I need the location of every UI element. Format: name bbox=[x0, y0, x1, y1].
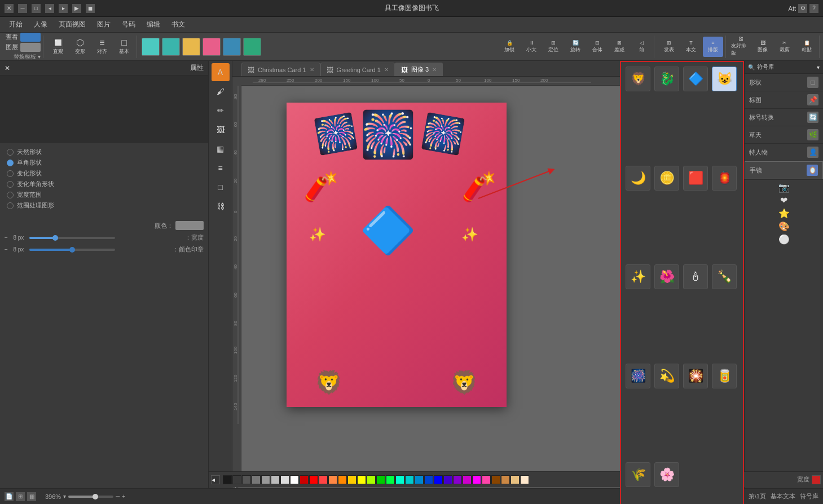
color-chip-magenta[interactable] bbox=[463, 475, 472, 484]
minimize-button[interactable]: ─ bbox=[18, 4, 27, 13]
color-chip-orange-red[interactable] bbox=[328, 475, 337, 484]
view-control[interactable] bbox=[20, 33, 41, 42]
clipart-can[interactable]: 🥫 bbox=[712, 364, 737, 388]
tool-table[interactable]: ▦ bbox=[212, 140, 230, 158]
clipart-candle[interactable]: 🕯 bbox=[683, 264, 708, 289]
clipart-firework3[interactable]: 🎇 bbox=[683, 364, 708, 388]
menu-item-number[interactable]: 号码 bbox=[117, 18, 140, 31]
tool-list[interactable]: ≡ bbox=[212, 159, 230, 177]
color-swatch-6[interactable] bbox=[243, 38, 261, 56]
tool-shape[interactable]: □ bbox=[212, 178, 230, 196]
toolbar-btn-lock[interactable]: 🔒 加锁 bbox=[499, 37, 520, 57]
color-chip-pure-blue[interactable] bbox=[434, 475, 443, 484]
toolbar-btn-direct[interactable]: 🔲 直观 bbox=[48, 37, 68, 57]
toolbar-btn-transform[interactable]: ⬡ 变形 bbox=[70, 37, 90, 57]
toolbar-btn-image2[interactable]: 🖼 图像 bbox=[752, 37, 773, 57]
color-chip-teal-light[interactable] bbox=[395, 475, 404, 484]
close-button[interactable]: ✕ bbox=[5, 4, 14, 13]
color-chip-green-light[interactable] bbox=[386, 475, 395, 484]
color-chip-yellow-orange[interactable] bbox=[347, 475, 357, 484]
tool-link[interactable]: ⛓ bbox=[212, 197, 230, 215]
tab-close-2[interactable]: ✕ bbox=[384, 67, 389, 73]
color-picker-control[interactable] bbox=[175, 221, 204, 230]
color-chip-white[interactable] bbox=[290, 475, 299, 484]
color-chip-yellow-green[interactable] bbox=[367, 475, 376, 484]
panel-item-nature[interactable]: 草天 🌿 bbox=[745, 126, 823, 144]
toolbar-btn-paste[interactable]: 📋 粘贴 bbox=[796, 37, 817, 57]
color-chip-near-white[interactable] bbox=[280, 475, 289, 484]
menu-item-pageview[interactable]: 页面视图 bbox=[54, 18, 90, 31]
clipart-grain[interactable]: 🌾 bbox=[626, 462, 650, 487]
radio-item-range-process[interactable]: 范围处理图形 bbox=[7, 201, 201, 210]
panel-item-figure[interactable]: 特人物 👤 bbox=[745, 144, 823, 161]
toolbar-btn-cut[interactable]: ✂ 裁剪 bbox=[774, 37, 795, 57]
camera-icon[interactable]: 📷 bbox=[778, 182, 790, 193]
stop-button[interactable]: ◼ bbox=[86, 4, 95, 13]
forward-button[interactable]: ▸ bbox=[59, 4, 68, 13]
tool-paint[interactable]: 🖌 bbox=[212, 82, 230, 100]
toolbar-btn-chain[interactable]: ⛓ 友好排版 bbox=[730, 37, 751, 57]
color-nav-left[interactable]: ◂ bbox=[211, 475, 220, 484]
prop-width-slider[interactable] bbox=[29, 237, 116, 239]
color-chip-medgray[interactable] bbox=[252, 475, 261, 484]
clipart-firework1[interactable]: 🎆 bbox=[626, 364, 650, 388]
clipart-lantern[interactable]: 🏮 bbox=[712, 166, 737, 191]
color-chip-yellow[interactable] bbox=[357, 475, 366, 484]
clipart-lion[interactable]: 🦁 bbox=[626, 67, 650, 91]
clipart-coin[interactable]: 🪙 bbox=[654, 166, 679, 191]
tab-image-3[interactable]: 🖼 图像 3 ✕ bbox=[395, 63, 443, 76]
toolbar-btn-text[interactable]: T 本文 bbox=[681, 37, 701, 57]
tool-image[interactable]: 🖼 bbox=[212, 121, 230, 139]
clipart-moon[interactable]: 🌙 bbox=[626, 166, 650, 191]
panel-item-shape[interactable]: 形状 □ bbox=[745, 74, 823, 91]
color-chip-red-light[interactable] bbox=[319, 475, 328, 484]
palette-icon[interactable]: 🎨 bbox=[778, 221, 790, 232]
radio-item-single[interactable]: 单角形状 bbox=[7, 158, 201, 167]
toolbar-btn-basic[interactable]: □ 基本 bbox=[114, 37, 134, 57]
maximize-button[interactable]: □ bbox=[32, 4, 41, 13]
color-chip-cream[interactable] bbox=[520, 475, 529, 484]
color-chip-teal[interactable] bbox=[405, 475, 414, 484]
document-canvas[interactable]: 🎆 🎆 🎆 🧨 🧨 🔷 🦁 🦁 ✨ ✨ bbox=[287, 103, 507, 407]
menu-item-book[interactable]: 书文 bbox=[167, 18, 190, 31]
color-chip-dark[interactable] bbox=[232, 475, 241, 484]
toolbar-btn-align[interactable]: ≡ 对齐 bbox=[92, 37, 112, 57]
layout-icon[interactable]: ▦ bbox=[27, 492, 36, 501]
clipart-firework2[interactable]: 💫 bbox=[654, 364, 679, 388]
zoom-minus-btn[interactable]: ─ bbox=[116, 493, 120, 499]
clipart-red-rect[interactable]: 🟥 bbox=[683, 166, 708, 191]
clipart-blossom[interactable]: 🌸 bbox=[654, 462, 679, 487]
clipart-dragon[interactable]: 🐉 bbox=[654, 67, 679, 91]
color-chip-purple[interactable] bbox=[453, 475, 462, 484]
radio-item-natural[interactable]: 天然形状 bbox=[7, 148, 201, 156]
radio-item-vary[interactable]: 变化形状 bbox=[7, 169, 201, 178]
clipart-cat-selected[interactable]: 😺 bbox=[712, 67, 737, 91]
clipart-bottle[interactable]: 🍾 bbox=[712, 264, 737, 289]
toolbar-btn-diff[interactable]: ⊠ 差减 bbox=[609, 37, 630, 57]
color-chip-red[interactable] bbox=[309, 475, 318, 484]
color-swatch-1[interactable] bbox=[142, 38, 160, 56]
panel-item-mirror[interactable]: 手镜 🪞 bbox=[745, 161, 823, 179]
toolbar-btn-rotate[interactable]: 🔄 旋转 bbox=[565, 37, 586, 57]
tab-christmas-card-1[interactable]: 🖼 Christmas Card 1 ✕ bbox=[241, 63, 320, 76]
layer-control[interactable] bbox=[20, 43, 41, 52]
back-button[interactable]: ◂ bbox=[45, 4, 54, 13]
zoom-slider-thumb[interactable] bbox=[93, 494, 98, 499]
color-chip-tan[interactable] bbox=[501, 475, 510, 484]
color-chip-lighter[interactable] bbox=[271, 475, 280, 484]
color-chip-blue[interactable] bbox=[424, 475, 433, 484]
zoom-plus-btn[interactable]: + bbox=[122, 493, 125, 499]
color-chip-brown[interactable] bbox=[491, 475, 500, 484]
search-icon[interactable]: 🔍 bbox=[748, 64, 755, 70]
clipart-flower[interactable]: 🌺 bbox=[654, 264, 679, 289]
clipart-sparkle[interactable]: ✨ bbox=[626, 264, 650, 289]
heart-icon[interactable]: ❤ bbox=[780, 195, 787, 206]
menu-item-portrait[interactable]: 人像 bbox=[29, 18, 52, 31]
color-chip-gray[interactable] bbox=[242, 475, 251, 484]
settings-button[interactable]: ⚙ bbox=[798, 4, 807, 13]
color-chip-green[interactable] bbox=[376, 475, 385, 484]
color-chip-hot-pink[interactable] bbox=[482, 475, 491, 484]
toolbar-btn-back[interactable]: ◁ 前 bbox=[631, 37, 652, 57]
star-icon[interactable]: ⭐ bbox=[778, 208, 790, 219]
tab-close-3[interactable]: ✕ bbox=[432, 67, 437, 73]
